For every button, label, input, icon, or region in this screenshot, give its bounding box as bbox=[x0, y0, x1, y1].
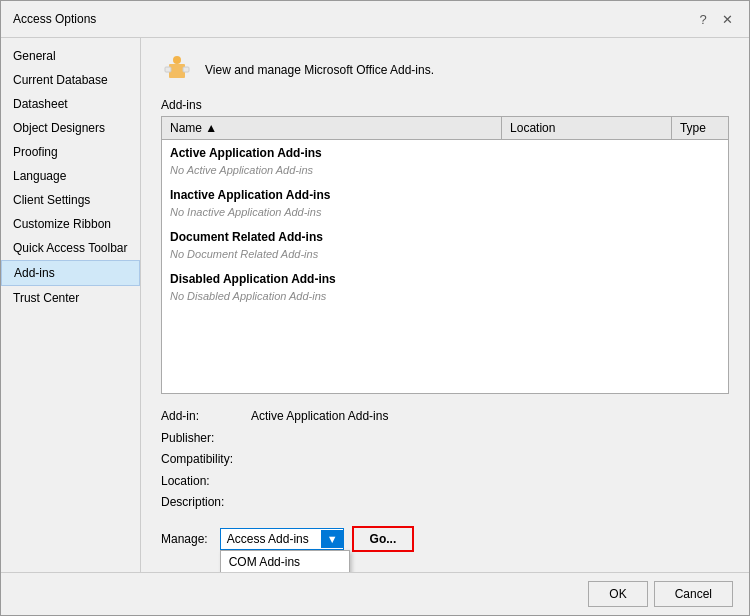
description-label: Description: bbox=[161, 492, 251, 514]
sidebar-item-add-ins[interactable]: Add-ins bbox=[1, 260, 140, 286]
sidebar-item-general[interactable]: General bbox=[1, 44, 140, 68]
table-row: No Active Application Add-ins bbox=[162, 162, 728, 182]
sidebar-item-trust-center[interactable]: Trust Center bbox=[1, 286, 140, 310]
sidebar-item-customize-ribbon[interactable]: Customize Ribbon bbox=[1, 212, 140, 236]
svg-rect-1 bbox=[165, 67, 171, 72]
table-row: Document Related Add-ins bbox=[162, 224, 728, 246]
dialog-title: Access Options bbox=[13, 12, 96, 26]
col-name-header[interactable]: Name ▲ bbox=[162, 117, 502, 140]
detail-publisher-row: Publisher: bbox=[161, 428, 729, 450]
section-document-empty: No Document Related Add-ins bbox=[162, 246, 728, 266]
table-row: Active Application Add-ins bbox=[162, 140, 728, 163]
table-row: Inactive Application Add-ins bbox=[162, 182, 728, 204]
section-inactive-header: Inactive Application Add-ins bbox=[162, 182, 728, 204]
sidebar: General Current Database Datasheet Objec… bbox=[1, 38, 141, 572]
section-disabled-header: Disabled Application Add-ins bbox=[162, 266, 728, 288]
manage-dropdown-menu: COM Add-ins Access Add-ins Disabled Item… bbox=[220, 550, 350, 572]
col-location-header[interactable]: Location bbox=[502, 117, 672, 140]
compatibility-label: Compatibility: bbox=[161, 449, 251, 471]
help-button[interactable]: ? bbox=[693, 9, 713, 29]
addon-label: Add-in: bbox=[161, 406, 251, 428]
manage-select-container: Access Add-ins ▼ bbox=[220, 528, 344, 550]
manage-dropdown-arrow[interactable]: ▼ bbox=[321, 530, 343, 548]
detail-area: Add-in: Active Application Add-ins Publi… bbox=[161, 406, 729, 514]
manage-bar: Manage: Access Add-ins ▼ COM Add-ins Acc… bbox=[161, 526, 729, 552]
addins-icon-svg bbox=[161, 54, 193, 86]
svg-point-3 bbox=[173, 56, 181, 64]
table-header-row: Name ▲ Location Type bbox=[162, 117, 728, 140]
addins-table-container[interactable]: Name ▲ Location Type Active Application … bbox=[161, 116, 729, 394]
ok-button[interactable]: OK bbox=[588, 581, 647, 607]
main-panel: View and manage Microsoft Office Add-ins… bbox=[141, 38, 749, 572]
addins-icon bbox=[161, 54, 193, 86]
addins-section-label: Add-ins bbox=[161, 98, 729, 112]
detail-location-row: Location: bbox=[161, 471, 729, 493]
sidebar-item-client-settings[interactable]: Client Settings bbox=[1, 188, 140, 212]
publisher-label: Publisher: bbox=[161, 428, 251, 450]
section-active-empty: No Active Application Add-ins bbox=[162, 162, 728, 182]
title-bar-controls: ? ✕ bbox=[693, 9, 737, 29]
dialog-body: General Current Database Datasheet Objec… bbox=[1, 38, 749, 572]
close-button[interactable]: ✕ bbox=[717, 9, 737, 29]
detail-addon-row: Add-in: Active Application Add-ins bbox=[161, 406, 729, 428]
access-options-dialog: Access Options ? ✕ General Current Datab… bbox=[0, 0, 750, 616]
section-active-header: Active Application Add-ins bbox=[162, 140, 728, 163]
svg-rect-2 bbox=[183, 67, 189, 72]
title-bar: Access Options ? ✕ bbox=[1, 1, 749, 38]
location-label: Location: bbox=[161, 471, 251, 493]
sidebar-item-current-database[interactable]: Current Database bbox=[1, 68, 140, 92]
sidebar-item-quick-access-toolbar[interactable]: Quick Access Toolbar bbox=[1, 236, 140, 260]
dialog-footer: OK Cancel bbox=[1, 572, 749, 615]
manage-label: Manage: bbox=[161, 532, 208, 546]
sidebar-item-proofing[interactable]: Proofing bbox=[1, 140, 140, 164]
table-row: Disabled Application Add-ins bbox=[162, 266, 728, 288]
main-header: View and manage Microsoft Office Add-ins… bbox=[161, 54, 729, 86]
header-description: View and manage Microsoft Office Add-ins… bbox=[205, 63, 434, 77]
section-document-header: Document Related Add-ins bbox=[162, 224, 728, 246]
manage-dropdown-wrapper: Access Add-ins ▼ COM Add-ins Access Add-… bbox=[220, 528, 344, 550]
detail-description-row: Description: bbox=[161, 492, 729, 514]
section-inactive-empty: No Inactive Application Add-ins bbox=[162, 204, 728, 224]
addins-tbody: Active Application Add-ins No Active App… bbox=[162, 140, 728, 309]
table-row: No Inactive Application Add-ins bbox=[162, 204, 728, 224]
col-type-header[interactable]: Type bbox=[671, 117, 728, 140]
cancel-button[interactable]: Cancel bbox=[654, 581, 733, 607]
go-button[interactable]: Go... bbox=[352, 526, 415, 552]
manage-select-value[interactable]: Access Add-ins bbox=[221, 529, 321, 549]
table-row: No Disabled Application Add-ins bbox=[162, 288, 728, 308]
table-row: No Document Related Add-ins bbox=[162, 246, 728, 266]
sidebar-item-language[interactable]: Language bbox=[1, 164, 140, 188]
section-disabled-empty: No Disabled Application Add-ins bbox=[162, 288, 728, 308]
addins-table: Name ▲ Location Type Active Application … bbox=[162, 117, 728, 308]
detail-compatibility-row: Compatibility: bbox=[161, 449, 729, 471]
dropdown-item-com-add-ins[interactable]: COM Add-ins bbox=[221, 551, 349, 572]
sidebar-item-datasheet[interactable]: Datasheet bbox=[1, 92, 140, 116]
sidebar-item-object-designers[interactable]: Object Designers bbox=[1, 116, 140, 140]
addon-value: Active Application Add-ins bbox=[251, 406, 388, 428]
